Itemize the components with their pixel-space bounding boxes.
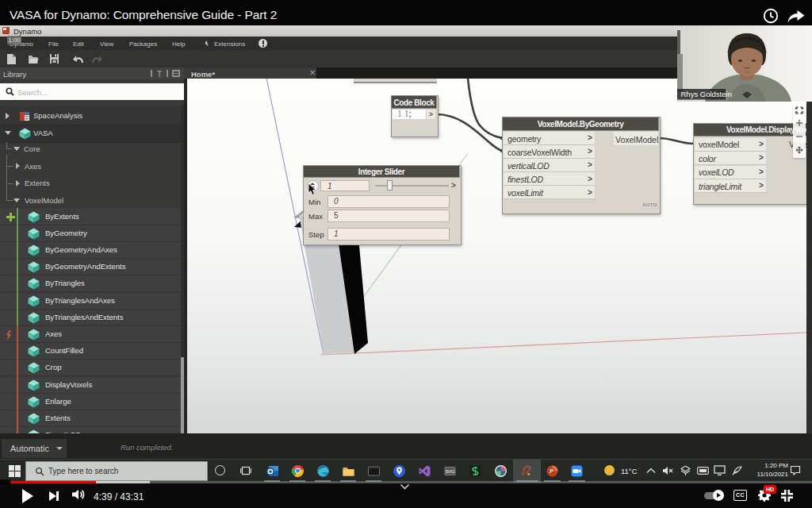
svg-text:P: P xyxy=(550,468,553,474)
svg-text:SVG: SVG xyxy=(446,469,455,474)
svg-text:Rhys Goldstein: Rhys Goldstein xyxy=(681,90,732,98)
